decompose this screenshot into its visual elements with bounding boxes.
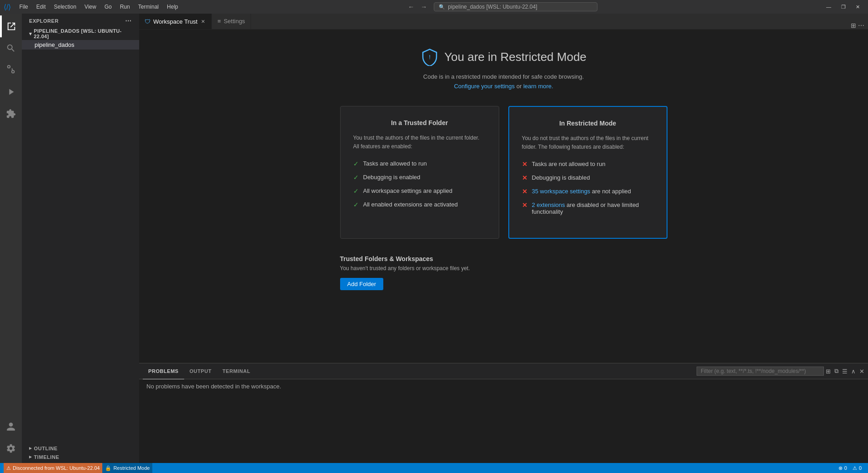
wt-links: Configure your settings or learn more. — [454, 83, 553, 90]
workspace-settings-link[interactable]: 35 workspace settings — [532, 188, 591, 195]
panel-chevron-up[interactable]: ∧ — [851, 368, 856, 375]
cross-icon-1: ✕ — [522, 174, 527, 181]
activity-bar — [0, 14, 22, 463]
lock-icon: 🔒 — [105, 465, 111, 471]
trusted-card-title: In a Trusted Folder — [353, 119, 486, 126]
panel-filter-input[interactable] — [697, 367, 824, 376]
vscode-logo: ⟨/⟩ — [4, 3, 11, 11]
nav-buttons: ← → — [406, 2, 429, 11]
close-button[interactable]: ✕ — [851, 2, 864, 12]
sidebar-item-pipeline-dados[interactable]: pipeline_dados — [22, 40, 139, 50]
menu-terminal[interactable]: Terminal — [135, 3, 162, 11]
panel-content: No problems have been detected in the wo… — [139, 379, 868, 463]
sidebar-timeline[interactable]: ▸ TIMELINE — [22, 453, 139, 461]
menu-view[interactable]: View — [81, 3, 100, 11]
activity-extensions[interactable] — [0, 103, 22, 125]
wt-cards: In a Trusted Folder You trust the author… — [340, 106, 667, 239]
wt-shield-icon: ! — [421, 48, 439, 66]
tab-workspace-trust[interactable]: 🛡 Workspace Trust ✕ — [139, 14, 212, 29]
search-icon: 🔍 — [439, 4, 445, 10]
warning-count-icon: ⚠ — [853, 465, 857, 471]
restricted-item-1: ✕ Debugging is disabled — [522, 174, 654, 181]
warning-count: 0 — [859, 465, 862, 471]
trusted-item-0-text: Tasks are allowed to run — [363, 160, 427, 167]
workspace-trust-tab-icon: 🛡 — [145, 18, 151, 25]
minimize-button[interactable]: — — [822, 2, 836, 12]
menu-go[interactable]: Go — [101, 3, 115, 11]
collapse-icon[interactable]: ☰ — [842, 368, 848, 375]
filter-icon[interactable]: ⊞ — [826, 368, 831, 375]
restricted-item-2-text: 35 workspace settings are not applied — [532, 188, 631, 195]
sidebar-more-icon[interactable]: ⋯ — [125, 17, 132, 25]
activity-source-control[interactable] — [0, 59, 22, 81]
restricted-item-3: ✕ 2 extensions are disabled or have limi… — [522, 201, 654, 215]
statusbar: ⚠ Disconnected from WSL: Ubuntu-22.04 🔒 … — [0, 463, 868, 473]
timeline-chevron-icon: ▸ — [29, 454, 32, 460]
tab-more-icon[interactable]: ⋯ — [858, 22, 864, 29]
add-folder-button[interactable]: Add Folder — [340, 278, 384, 290]
restricted-item-2: ✕ 35 workspace settings are not applied — [522, 188, 654, 195]
restricted-mode-card: In Restricted Mode You do not trust the … — [508, 106, 667, 239]
trusted-card-desc: You trust the authors of the files in th… — [353, 134, 486, 151]
trusted-folders-section: Trusted Folders & Workspaces You haven't… — [340, 255, 667, 290]
search-bar[interactable]: 🔍 pipeline_dados [WSL: Ubuntu-22.04] — [434, 2, 597, 11]
sidebar-folder[interactable]: ▾ PIPELINE_DADOS [WSL: UBUNTU-22.04] — [22, 27, 139, 40]
activity-explorer[interactable] — [0, 15, 22, 37]
copy-icon[interactable]: ⧉ — [834, 367, 838, 375]
activity-account[interactable] — [0, 416, 22, 438]
sidebar: Explorer ⋯ ▾ PIPELINE_DADOS [WSL: UBUNTU… — [22, 14, 139, 463]
panel-tab-output[interactable]: OUTPUT — [184, 363, 217, 379]
restricted-label: Restricted Mode — [113, 465, 150, 471]
panel-filter: ⊞ ⧉ ☰ ∧ ✕ — [697, 367, 864, 376]
sidebar-bottom: ▸ OUTLINE ▸ TIMELINE — [22, 442, 139, 463]
search-text: pipeline_dados [WSL: Ubuntu-22.04] — [448, 4, 537, 10]
nav-back-button[interactable]: ← — [406, 2, 416, 11]
sidebar-item-label: pipeline_dados — [35, 41, 74, 48]
titlebar-center: ← → 🔍 pipeline_dados [WSL: Ubuntu-22.04] — [182, 2, 822, 11]
restricted-card-desc: You do not trust the authors of the file… — [522, 134, 654, 151]
menu-file[interactable]: File — [15, 3, 31, 11]
tab-bar: 🛡 Workspace Trust ✕ ≡ Settings ⊞ ⋯ — [139, 14, 868, 30]
tab-settings[interactable]: ≡ Settings — [212, 14, 251, 29]
activity-run-debug[interactable] — [0, 81, 22, 103]
workspace-trust-tab-close[interactable]: ✕ — [200, 18, 206, 25]
activity-search[interactable] — [0, 37, 22, 59]
wt-page-title: You are in Restricted Mode — [444, 50, 587, 64]
wt-subtitle: Code is in a restricted mode intended fo… — [423, 73, 584, 80]
statusbar-warnings[interactable]: ⚠ 0 — [850, 465, 864, 471]
extensions-link[interactable]: 2 extensions — [532, 201, 565, 208]
check-icon-1: ✓ — [353, 174, 359, 181]
activity-settings[interactable] — [0, 438, 22, 459]
trusted-item-0: ✓ Tasks are allowed to run — [353, 160, 486, 167]
outline-chevron-icon: ▸ — [29, 445, 32, 451]
folder-chevron-icon: ▾ — [29, 31, 32, 37]
nav-forward-button[interactable]: → — [418, 2, 429, 11]
menu-edit[interactable]: Edit — [33, 3, 50, 11]
statusbar-errors[interactable]: ⊗ 0 — [836, 465, 850, 471]
error-count: 0 — [844, 465, 847, 471]
trusted-item-1-text: Debugging is enabled — [363, 174, 421, 181]
restricted-item-3-text: 2 extensions are disabled or have limite… — [532, 201, 654, 215]
menu-run[interactable]: Run — [116, 3, 134, 11]
main-layout: Explorer ⋯ ▾ PIPELINE_DADOS [WSL: UBUNTU… — [0, 14, 868, 463]
panel-close-icon[interactable]: ✕ — [859, 368, 864, 375]
configure-settings-link[interactable]: Configure your settings — [454, 83, 515, 90]
menu-selection[interactable]: Selection — [50, 3, 80, 11]
panel: PROBLEMS OUTPUT TERMINAL ⊞ ⧉ ☰ ∧ ✕ No pr… — [139, 363, 868, 463]
no-problems-text: No problems have been detected in the wo… — [146, 383, 281, 390]
sidebar-header-icons: ⋯ — [125, 17, 132, 25]
check-icon-2: ✓ — [353, 187, 359, 195]
learn-more-link[interactable]: learn more. — [523, 83, 553, 90]
sidebar-title: Explorer — [29, 18, 59, 24]
panel-tab-problems[interactable]: PROBLEMS — [143, 363, 184, 379]
tab-split-icon[interactable]: ⊞ — [851, 22, 856, 29]
statusbar-wsl-item[interactable]: ⚠ Disconnected from WSL: Ubuntu-22.04 — [4, 463, 102, 473]
sidebar-outline[interactable]: ▸ OUTLINE — [22, 444, 139, 453]
menu-help[interactable]: Help — [163, 3, 182, 11]
panel-tab-terminal[interactable]: TERMINAL — [217, 363, 256, 379]
statusbar-restricted-item[interactable]: 🔒 Restricted Mode — [102, 463, 152, 473]
trusted-folders-desc: You haven't trusted any folders or works… — [340, 265, 667, 272]
wt-header: ! You are in Restricted Mode — [421, 48, 587, 66]
restore-button[interactable]: ❐ — [837, 2, 850, 12]
trusted-item-2: ✓ All workspace settings are applied — [353, 187, 486, 195]
